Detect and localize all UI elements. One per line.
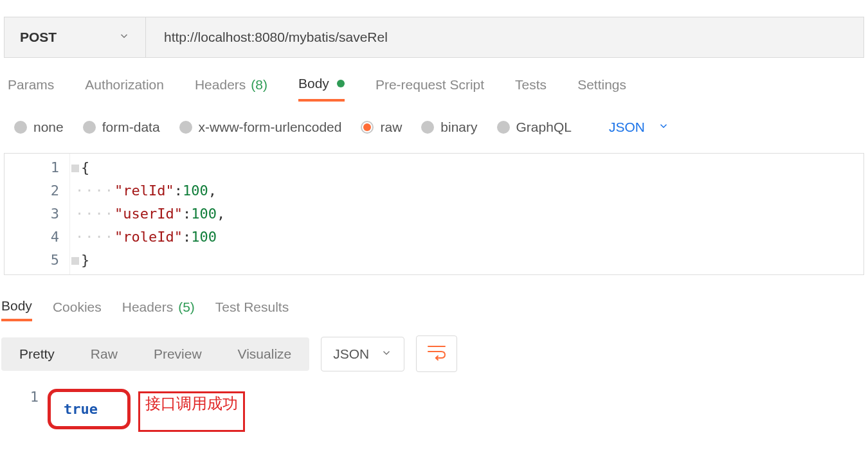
- tab-prerequest[interactable]: Pre-request Script: [375, 76, 484, 102]
- view-preview[interactable]: Preview: [136, 337, 220, 371]
- code-comma: ,: [208, 179, 217, 202]
- resp-tab-headers[interactable]: Headers (5): [122, 298, 195, 321]
- indent-dots: ····: [75, 179, 114, 202]
- tab-settings[interactable]: Settings: [577, 76, 626, 102]
- tab-headers-label: Headers: [195, 77, 246, 93]
- resp-tab-headers-count: (5): [178, 299, 195, 315]
- radio-xwww[interactable]: x-www-form-urlencoded: [179, 120, 342, 135]
- chevron-down-icon: [118, 30, 130, 45]
- resp-tab-testresults-label: Test Results: [215, 299, 289, 315]
- radio-icon: [421, 121, 434, 134]
- line-number: 2: [5, 179, 59, 202]
- code-value: 100: [183, 179, 208, 202]
- line-number: 4: [5, 226, 59, 249]
- indent-dots: ····: [75, 202, 114, 226]
- radio-none[interactable]: none: [14, 120, 64, 135]
- response-format-label: JSON: [333, 346, 369, 362]
- resp-tab-cookies[interactable]: Cookies: [53, 298, 102, 321]
- tab-params[interactable]: Params: [8, 76, 54, 102]
- radio-raw-label: raw: [380, 120, 402, 135]
- radio-none-label: none: [33, 120, 64, 135]
- radio-raw[interactable]: raw: [361, 120, 402, 135]
- response-value-highlight: true: [48, 389, 131, 429]
- code-comma: ,: [217, 202, 225, 226]
- body-raw-type-select[interactable]: JSON: [609, 120, 669, 135]
- http-method-label: POST: [20, 30, 57, 45]
- fold-icon[interactable]: [71, 165, 79, 172]
- resp-tab-headers-label: Headers: [122, 299, 173, 315]
- http-method-select[interactable]: POST: [5, 17, 146, 57]
- resp-tab-testresults[interactable]: Test Results: [215, 298, 289, 321]
- view-visualize-label: Visualize: [238, 346, 292, 361]
- indent-dots: ····: [75, 226, 114, 249]
- radio-graphql-label: GraphQL: [516, 120, 572, 135]
- radio-binary[interactable]: binary: [421, 120, 477, 135]
- body-raw-type-label: JSON: [609, 120, 645, 135]
- view-raw-label: Raw: [91, 346, 118, 361]
- tab-authorization-label: Authorization: [85, 77, 164, 93]
- radio-formdata-label: form-data: [102, 120, 160, 135]
- radio-icon: [179, 121, 192, 134]
- request-body-editor[interactable]: 1 2 3 4 5 { ····"relId":100, ····"userId…: [4, 153, 864, 275]
- tab-tests[interactable]: Tests: [515, 76, 547, 102]
- radio-icon: [14, 121, 27, 134]
- code-key: "relId": [114, 179, 174, 202]
- line-number: 1: [5, 156, 59, 179]
- view-pretty[interactable]: Pretty: [1, 337, 73, 371]
- chevron-down-icon: [381, 346, 392, 362]
- chevron-down-icon: [658, 120, 669, 135]
- tab-authorization[interactable]: Authorization: [85, 76, 164, 102]
- line-number: 1: [0, 389, 49, 429]
- radio-binary-label: binary: [440, 120, 477, 135]
- fold-icon[interactable]: [71, 257, 79, 265]
- wrap-lines-icon: [427, 344, 446, 364]
- radio-icon: [497, 121, 510, 134]
- editor-code[interactable]: { ····"relId":100, ····"userId":100, ···…: [70, 154, 863, 274]
- code-value: 100: [191, 202, 217, 226]
- resp-tab-body-label: Body: [1, 298, 32, 314]
- view-preview-label: Preview: [154, 346, 202, 361]
- radio-formdata[interactable]: form-data: [83, 120, 160, 135]
- code-value: 100: [191, 226, 217, 249]
- tab-body[interactable]: Body: [298, 76, 345, 102]
- radio-xwww-label: x-www-form-urlencoded: [199, 120, 342, 135]
- response-view-mode: Pretty Raw Preview Visualize: [1, 337, 309, 371]
- response-body: 1 true 接口调用成功: [0, 372, 868, 429]
- body-type-row: none form-data x-www-form-urlencoded raw…: [0, 102, 868, 153]
- radio-selected-icon: [361, 121, 374, 134]
- line-number: 3: [5, 202, 59, 226]
- code-key: "userId": [114, 202, 183, 226]
- line-number: 5: [5, 249, 59, 272]
- view-visualize[interactable]: Visualize: [220, 337, 310, 371]
- request-tabs: Params Authorization Headers (8) Body Pr…: [0, 58, 868, 102]
- request-url-bar: POST http://localhost:8080/mybatis/saveR…: [4, 17, 864, 58]
- response-toolbar: Pretty Raw Preview Visualize JSON: [0, 321, 868, 372]
- response-value: true: [64, 401, 98, 417]
- view-pretty-label: Pretty: [19, 346, 55, 361]
- code-brace: }: [81, 249, 89, 272]
- tab-body-label: Body: [298, 76, 329, 91]
- response-tabs: Body Cookies Headers (5) Test Results: [0, 275, 868, 321]
- radio-icon: [83, 121, 96, 134]
- tab-prerequest-label: Pre-request Script: [375, 77, 484, 93]
- resp-tab-cookies-label: Cookies: [53, 299, 102, 315]
- tab-headers-count: (8): [251, 77, 267, 93]
- radio-graphql[interactable]: GraphQL: [497, 120, 572, 135]
- response-format-select[interactable]: JSON: [321, 337, 404, 371]
- url-text: http://localhost:8080/mybatis/saveRel: [164, 30, 388, 45]
- tab-params-label: Params: [8, 77, 54, 93]
- body-active-dot-icon: [337, 80, 345, 87]
- annotation-callout: 接口调用成功: [138, 391, 245, 432]
- tab-tests-label: Tests: [515, 77, 547, 93]
- tab-settings-label: Settings: [577, 77, 626, 93]
- code-brace: {: [81, 156, 89, 179]
- wrap-lines-button[interactable]: [416, 335, 457, 372]
- url-input[interactable]: http://localhost:8080/mybatis/saveRel: [146, 17, 863, 57]
- tab-headers[interactable]: Headers (8): [195, 76, 267, 102]
- editor-gutter: 1 2 3 4 5: [5, 154, 70, 274]
- resp-tab-body[interactable]: Body: [1, 298, 32, 321]
- view-raw[interactable]: Raw: [73, 337, 136, 371]
- code-key: "roleId": [114, 226, 183, 249]
